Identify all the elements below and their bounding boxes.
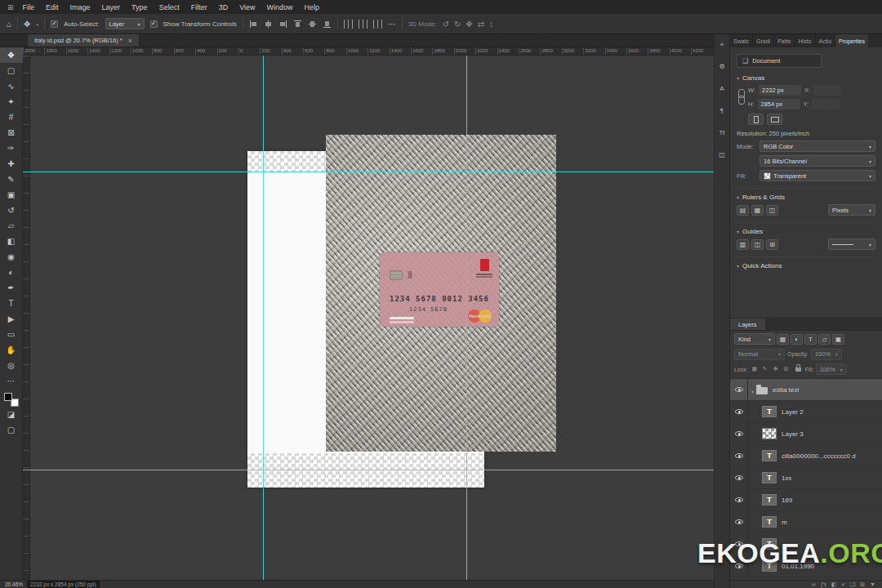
type-tool[interactable]: T	[0, 296, 23, 311]
menu-item[interactable]: Select	[154, 3, 185, 11]
pasteboard[interactable]: ))) 1234 5678 9012 3456 1234 5678 Master…	[23, 56, 714, 580]
add-horizontal-guide-icon[interactable]: ▥	[737, 239, 749, 250]
color-mode-dropdown[interactable]: RGB Color	[760, 140, 875, 152]
auto-select-checkbox[interactable]	[51, 20, 58, 28]
horizontal-ruler[interactable]: 2000180016001400120010008006004002000200…	[23, 47, 714, 56]
paragraph-panel-icon[interactable]: ¶	[715, 103, 730, 118]
lock-artboard-icon[interactable]: ⊞	[782, 365, 791, 374]
rulers-grids-section-header[interactable]: Rulers & Grids	[737, 188, 875, 201]
layer-row[interactable]: 169	[730, 489, 882, 511]
credit-card-layer[interactable]: ))) 1234 5678 9012 3456 1234 5678 Master…	[380, 252, 499, 327]
adjustment-layer-icon[interactable]: ◐	[842, 581, 845, 587]
3d-orbit-icon[interactable]: ↺	[442, 20, 448, 29]
crop-tool[interactable]: #	[0, 109, 23, 125]
align-bottom-edges-icon[interactable]	[323, 20, 332, 29]
filter-adjustment-layers-icon[interactable]: ◐	[791, 334, 803, 345]
zoom-level[interactable]: 20.46%	[5, 581, 23, 587]
horizontal-guide[interactable]	[23, 172, 714, 172]
rectangle-tool[interactable]: ▭	[0, 327, 23, 342]
height-field[interactable]: 2854 px	[758, 99, 800, 109]
add-vertical-guide-icon[interactable]: ◫	[751, 239, 764, 250]
distribute-horizontal-icon[interactable]	[344, 20, 353, 29]
panel-tab[interactable]: Patte	[774, 34, 795, 47]
menu-item[interactable]: Window	[261, 3, 299, 11]
align-vertical-centers-icon[interactable]	[308, 20, 317, 29]
document-type-button[interactable]: ❏ Document	[737, 54, 822, 68]
layer-row[interactable]: m	[730, 511, 882, 533]
layer-name[interactable]: 1xx	[782, 474, 791, 482]
menu-item[interactable]: 3D	[213, 3, 234, 11]
toggle-rulers-icon[interactable]: ▤	[737, 205, 749, 216]
dodge-tool[interactable]: ◐	[0, 265, 23, 280]
layer-thumbnail[interactable]	[762, 472, 777, 483]
clone-stamp-tool[interactable]: ▣	[0, 187, 23, 203]
marquee-tool[interactable]: ▢	[0, 63, 23, 78]
libraries-panel-icon[interactable]: ◫	[715, 147, 730, 162]
layer-name[interactable]: Layer 2	[782, 408, 804, 416]
move-tool[interactable]: ✥	[0, 47, 23, 63]
adjustments-panel-icon[interactable]: ⚙	[715, 59, 730, 74]
show-transform-checkbox[interactable]	[150, 20, 158, 28]
layer-thumbnail[interactable]	[756, 387, 768, 394]
menu-item[interactable]: Edit	[40, 3, 65, 11]
delete-layer-icon[interactable]: ▼	[870, 581, 875, 587]
layer-thumbnail[interactable]	[762, 428, 777, 439]
layer-thumbnail[interactable]	[762, 494, 777, 506]
layer-row[interactable]: edita text	[730, 379, 882, 401]
blend-mode-dropdown[interactable]: Normal	[734, 349, 785, 360]
3d-roll-icon[interactable]: ↻	[454, 20, 461, 29]
vertical-guide[interactable]	[466, 56, 467, 580]
visibility-toggle[interactable]	[730, 401, 748, 422]
edit-toolbar[interactable]: ⋯	[0, 373, 23, 389]
horizontal-guide[interactable]	[23, 470, 714, 470]
menu-item[interactable]: View	[234, 3, 261, 11]
character-panel-icon[interactable]: A	[715, 81, 730, 96]
close-tab-icon[interactable]: ×	[128, 37, 132, 45]
visibility-toggle[interactable]	[730, 511, 748, 532]
visibility-toggle[interactable]	[730, 445, 748, 466]
layer-filter-kind-dropdown[interactable]: Kind	[734, 333, 775, 345]
current-tool-icon[interactable]: ✥	[24, 20, 30, 29]
bit-depth-dropdown[interactable]: 16 Bits/Channel	[760, 155, 875, 167]
menu-item[interactable]: Filter	[185, 3, 213, 11]
snap-icon[interactable]: ◫	[766, 205, 778, 216]
filter-type-layers-icon[interactable]: T	[804, 334, 817, 345]
clear-guides-icon[interactable]: ⊞	[766, 239, 778, 250]
3d-scale-icon[interactable]: ↕	[489, 20, 493, 29]
gradient-tool[interactable]: ◧	[0, 234, 23, 249]
foreground-background-colors[interactable]	[4, 393, 19, 407]
document-tab[interactable]: Italy id.psd @ 20.7% (RGB/16) * ×	[28, 34, 140, 47]
foreground-color-swatch[interactable]	[4, 393, 12, 401]
3d-pan-icon[interactable]: ✥	[466, 20, 472, 29]
lock-transparency-icon[interactable]: ▦	[750, 365, 760, 374]
align-left-edges-icon[interactable]	[249, 20, 258, 29]
layer-effects-icon[interactable]: ƒx	[821, 581, 826, 587]
menu-item[interactable]: File	[17, 3, 41, 11]
panel-tab[interactable]: Histo	[795, 34, 816, 47]
portrait-orientation-button[interactable]	[748, 114, 764, 125]
layer-name[interactable]: Layer 3	[782, 430, 804, 438]
layer-mask-icon[interactable]: ◧	[831, 581, 837, 587]
panel-tab[interactable]: Gradi	[753, 34, 774, 47]
new-layer-icon[interactable]: ⊞	[860, 581, 865, 587]
app-icon[interactable]: ⊞	[4, 3, 17, 11]
link-layers-icon[interactable]: ∞	[812, 581, 816, 587]
screen-mode-button[interactable]: ▢	[0, 422, 23, 438]
visibility-toggle[interactable]	[730, 489, 748, 510]
layer-name[interactable]: edita text	[773, 386, 799, 394]
toggle-grid-icon[interactable]: ▦	[751, 205, 764, 216]
blur-tool[interactable]: ◉	[0, 249, 23, 265]
eraser-tool[interactable]: ▱	[0, 218, 23, 234]
align-top-edges-icon[interactable]	[293, 20, 302, 29]
layers-tab[interactable]: Layers	[730, 318, 765, 330]
panel-tab[interactable]: Actio	[816, 34, 836, 47]
layer-thumbnail[interactable]	[762, 450, 777, 461]
landscape-orientation-button[interactable]	[767, 114, 782, 125]
panel-tab[interactable]: Swatc	[730, 34, 753, 47]
vertical-ruler[interactable]	[23, 56, 30, 580]
align-horizontal-centers-icon[interactable]	[264, 20, 273, 29]
visibility-toggle[interactable]	[730, 423, 748, 444]
healing-brush-tool[interactable]: ✚	[0, 156, 23, 172]
expand-panels-icon[interactable]: «	[715, 37, 730, 51]
canvas-section-header[interactable]: Canvas	[737, 74, 875, 82]
